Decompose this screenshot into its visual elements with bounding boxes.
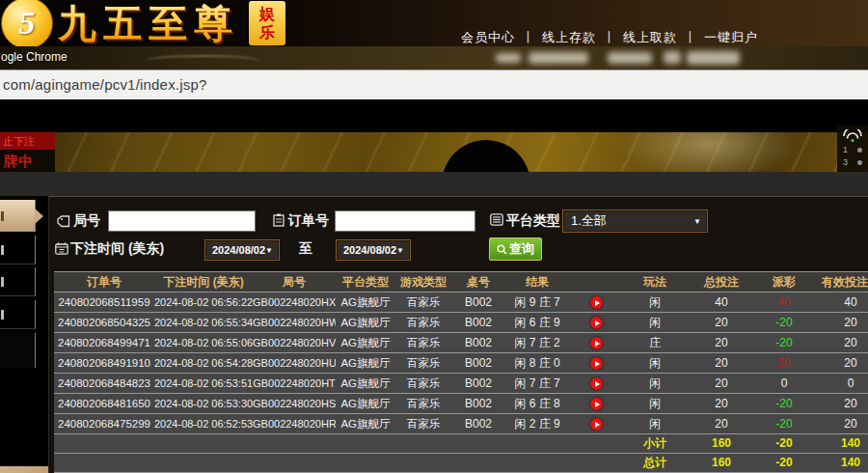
- video-play-icon[interactable]: [590, 377, 603, 390]
- total-row: 总计 160 -20 140: [54, 454, 868, 473]
- table-body: 2408020685119592024-08-02 06:56:22GB0022…: [54, 292, 868, 434]
- platform-type-select[interactable]: 1.全部 ▼: [562, 209, 708, 233]
- divider-strip: [0, 172, 868, 196]
- cell-game-type: 百家乐: [395, 333, 451, 352]
- signal-label: 1: [843, 145, 848, 154]
- cell-result: 闲 6 庄 8: [505, 394, 569, 413]
- cell-play-type: 闲: [623, 292, 687, 312]
- clipped-label-fragment: [1, 245, 4, 255]
- browser-address-bar[interactable]: com/agingame/pcv1/index.jsp?: [0, 70, 868, 101]
- round-number-input[interactable]: [108, 210, 256, 232]
- blurred-user-info: [496, 53, 521, 63]
- cell-round-number: GB002248020HT: [253, 374, 336, 393]
- video-play-icon[interactable]: [590, 337, 603, 349]
- clipboard-icon: [273, 213, 285, 227]
- cell-valid-bet: 20: [812, 394, 868, 413]
- cell-bet-time: 2024-08-02 06:55:34: [154, 313, 253, 332]
- table-row: 2408020684816502024-08-02 06:53:30GB0022…: [54, 394, 868, 414]
- chevron-down-icon: ▼: [265, 246, 279, 255]
- cell-result: 闲 9 庄 7: [505, 292, 569, 312]
- search-button[interactable]: 查询: [489, 237, 542, 261]
- cell-table-number: B002: [451, 292, 505, 312]
- cell-result: 闲 7 庄 7: [505, 374, 569, 393]
- video-play-icon[interactable]: [590, 317, 603, 329]
- sidebar-item[interactable]: [0, 333, 36, 368]
- main-area: 局号 订单号 平台类型 1.全部 ▼ 下注时间 (美东): [0, 196, 868, 473]
- cell-table-number: B002: [451, 333, 505, 352]
- column-header: 总投注: [687, 272, 756, 292]
- cell-game-type: 百家乐: [395, 353, 451, 373]
- calendar-icon: [55, 242, 68, 255]
- platform-type-label: 平台类型: [506, 212, 560, 230]
- cell-video: [569, 374, 623, 393]
- nav-link-withdraw[interactable]: 线上取款: [623, 30, 677, 44]
- cell-total-bet: 20: [687, 374, 756, 393]
- chevron-down-icon: ▼: [396, 246, 410, 255]
- cell-order-number: 240802068511959: [54, 292, 154, 312]
- bet-time-label: 下注时间 (美东): [70, 240, 164, 258]
- video-play-icon[interactable]: [590, 398, 603, 410]
- date-from-select[interactable]: 2024/08/02 ▼: [204, 239, 280, 261]
- cell-video: [569, 353, 623, 373]
- cell-order-number: 240802068484823: [54, 374, 154, 393]
- nav-link-member-center[interactable]: 会员中心: [461, 30, 515, 44]
- date-to-label: 至: [299, 240, 312, 258]
- cell-payout: 20: [756, 353, 812, 373]
- cell-result: 闲 7 庄 2: [505, 333, 569, 352]
- search-button-label: 查询: [509, 240, 534, 258]
- column-header: 派彩: [756, 272, 812, 292]
- cell-order-number: 240802068475299: [54, 414, 154, 433]
- cell-video: [569, 292, 623, 312]
- brand-badge-number: 5: [19, 5, 36, 42]
- nav-link-deposit[interactable]: 线上存款: [542, 30, 596, 44]
- sidebar-item[interactable]: [0, 300, 36, 329]
- cell-platform: AG旗舰厅: [336, 313, 395, 332]
- column-header: 结果: [505, 272, 569, 292]
- dealing-banner: 牌中: [0, 150, 55, 172]
- nav-link-one-key[interactable]: 一键归户: [704, 30, 758, 44]
- date-from-value: 2024/08/02: [212, 244, 265, 256]
- stop-betting-banner: 止下注: [0, 132, 55, 150]
- cell-bet-time: 2024-08-02 06:53:51: [154, 374, 253, 393]
- cell-total-bet: 20: [687, 414, 756, 433]
- round-number-label: 局号: [73, 212, 100, 230]
- cell-table-number: B002: [451, 394, 505, 413]
- subtotal-label: 小计: [623, 434, 687, 453]
- cell-total-bet: 20: [687, 353, 756, 373]
- table-row: 2408020684994712024-08-02 06:55:06GB0022…: [54, 333, 868, 353]
- table-header-row: 订单号 下注时间 (美东) 局号 平台类型 游戏类型 桌号 结果 玩法 总投注 …: [54, 271, 868, 292]
- cell-bet-time: 2024-08-02 06:54:28: [154, 353, 253, 373]
- signal-row: 1: [840, 145, 865, 154]
- sidebar-item[interactable]: [0, 267, 36, 296]
- top-nav: 会员中心丨线上存款丨线上取款丨一键归户: [461, 29, 758, 46]
- video-play-icon[interactable]: [590, 296, 603, 309]
- cell-round-number: GB002248020HW: [253, 313, 336, 332]
- cell-order-number: 240802068499471: [54, 333, 154, 352]
- cell-table-number: B002: [451, 353, 505, 373]
- order-number-input[interactable]: [335, 210, 475, 232]
- bet-records-table: 订单号 下注时间 (美东) 局号 平台类型 游戏类型 桌号 结果 玩法 总投注 …: [54, 271, 868, 473]
- table-row: 2408020685043252024-08-02 06:55:34GB0022…: [54, 313, 868, 333]
- column-header: [569, 272, 623, 292]
- clipped-label-fragment: [1, 211, 4, 221]
- video-play-icon[interactable]: [590, 357, 603, 370]
- brand-subtitle: 娱 乐: [249, 1, 285, 45]
- table-row: 2408020684752992024-08-02 06:52:53GB0022…: [54, 414, 868, 434]
- empty-cell: [54, 434, 623, 453]
- blurred-user-info: [664, 51, 681, 64]
- cell-payout: -20: [756, 394, 812, 413]
- cell-game-type: 百家乐: [395, 374, 451, 393]
- column-header: 订单号: [54, 272, 154, 292]
- cell-payout: 40: [756, 292, 812, 312]
- date-to-select[interactable]: 2024/08/02 ▼: [336, 239, 411, 261]
- table-row: 2408020684919102024-08-02 06:54:28GB0022…: [54, 353, 868, 374]
- sidebar-item[interactable]: [0, 236, 36, 264]
- sidebar-item-active[interactable]: [0, 200, 36, 232]
- column-header: 局号: [253, 272, 336, 292]
- empty-cell: [54, 454, 623, 472]
- cell-bet-time: 2024-08-02 06:53:30: [154, 394, 253, 413]
- column-header: 平台类型: [336, 272, 395, 292]
- total-payout: -20: [756, 454, 812, 472]
- cell-game-type: 百家乐: [395, 414, 451, 433]
- video-play-icon[interactable]: [590, 418, 603, 431]
